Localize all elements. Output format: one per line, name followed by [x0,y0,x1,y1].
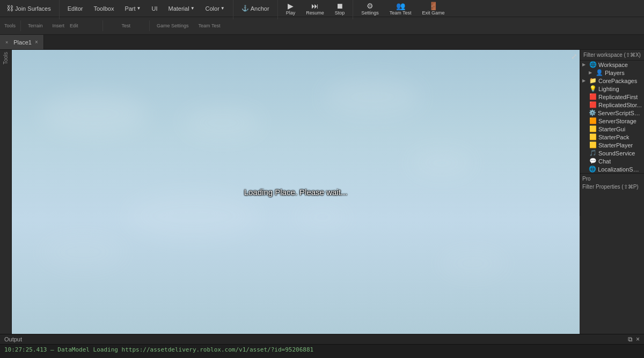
game-settings-sub: Game Settings [152,23,193,28]
exit-game-btn[interactable]: 🚪 Exit Game [418,0,449,17]
toolbar: ⛓ Join Surfaces Editor Toolbox Part ▼ UI [0,0,644,35]
cloud8 [438,249,508,278]
cloud2 [182,107,262,139]
tree-label-8: StarterGui [598,126,625,132]
properties-panel: Pro Filter Properties (⇧⌘P) [580,173,644,216]
tree-item-soundservice[interactable]: 🎵SoundService [580,149,644,157]
row2-div3 [149,20,150,31]
tree-item-replicatedfirst[interactable]: 🟥ReplicatedFirst [580,93,644,101]
output-close-icon[interactable]: × [636,335,640,343]
tab-label: Place1 [13,39,32,46]
play-btn[interactable]: ▶ Play [282,0,300,17]
cloud5 [126,192,260,240]
resume-btn[interactable]: ⏭ Resume [302,0,328,17]
tree-item-starterpack[interactable]: 🟨StarterPack [580,133,644,141]
color-dropdown-icon: ▼ [221,6,225,11]
tree-item-players[interactable]: ▶👤Players [580,69,644,77]
tree-item-localizationserv---[interactable]: 🌐LocalizationServ... [580,165,644,173]
tree-item-serverscriptserv---[interactable]: ⚙️ServerScriptServ... [580,109,644,117]
tabbar: × Place1 × [0,35,644,50]
join-surfaces-btn[interactable]: ⛓ Join Surfaces [2,3,55,14]
material-menu[interactable]: Material ▼ [164,4,199,13]
tree-item-workspace[interactable]: ▶🌐Workspace [580,61,644,69]
tree-item-chat[interactable]: 💬Chat [580,157,644,165]
row2-div2 [103,20,103,31]
tools-label: Tools [2,23,18,28]
game-settings-btn[interactable]: ⚙ Settings [357,0,383,17]
explorer-tree: ▶🌐Workspace▶👤Players▶📁CorePackages💡Light… [580,61,644,173]
explorer-panel: Filter workspace (⇧⌘X) ▶🌐Workspace▶👤Play… [580,50,644,173]
insert-label: Insert [48,23,69,28]
tree-label-6: ServerScriptServ... [598,110,642,116]
stop-btn[interactable]: ⏹ Stop [331,0,349,17]
tree-arrow-0: ▶ [582,62,588,67]
tree-icon-11: 🎵 [589,150,597,156]
properties-title: Pro [582,176,642,182]
color-menu[interactable]: Color ▼ [201,4,229,13]
divider3 [277,0,278,19]
tree-icon-2: 📁 [589,77,597,84]
tree-icon-9: 🟨 [589,133,597,140]
test-label: Test [106,23,147,28]
tree-arrow-1: ▶ [589,70,594,75]
tree-item-corepackages[interactable]: ▶📁CorePackages [580,77,644,85]
tree-icon-7: 🟧 [589,117,597,124]
resume-icon: ⏭ [311,2,319,10]
tree-label-9: StarterPack [598,134,629,140]
team-test-icon: 👥 [396,2,405,10]
output-header: Output ⧉ × [0,334,644,345]
stop-icon: ⏹ [336,2,343,10]
anchor-icon: ⚓ [241,5,249,12]
toolbar-row1: ⛓ Join Surfaces Editor Toolbox Part ▼ UI [0,0,644,17]
tab-close-x: × [5,40,8,45]
left-sidebar: Tools [0,50,12,334]
toolbar-row2: Tools Terrain Insert Edit Test Game Sett… [0,17,644,34]
cloud4 [409,150,474,176]
expand-btn[interactable]: ⤢ [571,52,577,61]
part-menu[interactable]: Part ▼ [120,4,145,13]
tree-item-serverstorage[interactable]: 🟧ServerStorage [580,117,644,125]
main-content: Tools Loading Place. Please wait... ⤢ Fi… [0,50,644,334]
tree-item-replicatedstor---[interactable]: 🟥ReplicatedStor... [580,101,644,109]
anchor-btn[interactable]: ⚓ Anchor [237,3,274,13]
tree-icon-10: 🟨 [589,141,597,148]
loading-text: Loading Place. Please wait... [244,188,348,197]
team-test-sub: Team Test [194,23,225,28]
tree-label-3: Lighting [598,86,619,92]
tree-icon-4: 🟥 [589,93,597,100]
right-panel-wrapper: Filter workspace (⇧⌘X) ▶🌐Workspace▶👤Play… [580,50,644,334]
tree-label-13: LocalizationServ... [598,166,642,173]
output-expand-icon[interactable]: ⧉ [628,335,633,343]
divider1 [59,0,60,19]
tree-item-startergui[interactable]: 🟨StarterGui [580,125,644,133]
team-test-btn[interactable]: 👥 Team Test [385,0,416,17]
output-title: Output [4,336,22,342]
tree-item-lighting[interactable]: 💡Lighting [580,85,644,93]
tree-icon-1: 👤 [596,69,603,76]
tab-close-btn[interactable]: × [35,39,38,45]
exit-icon: 🚪 [429,2,438,10]
place1-tab[interactable]: × Place1 × [0,35,44,49]
tree-item-starterplayer[interactable]: 🟨StarterPlayer [580,141,644,149]
tree-icon-0: 🌐 [589,61,597,68]
join-surfaces-label: Join Surfaces [15,5,51,12]
output-log-entry: 10:27:25.413 – DataModel Loading https:/… [0,345,644,355]
row2-div1 [20,20,21,31]
play-icon: ▶ [288,2,294,10]
tree-icon-12: 💬 [589,158,597,165]
tree-label-7: ServerStorage [598,118,636,124]
workspace-filter-header: Filter workspace (⇧⌘X) [580,50,644,61]
cloud7 [40,235,126,270]
tree-label-12: Chat [598,158,611,165]
toolbox-menu[interactable]: Toolbox [89,4,118,13]
settings-icon: ⚙ [367,2,374,10]
tree-icon-13: 🌐 [589,166,596,173]
tree-icon-8: 🟨 [589,125,597,132]
edit-label: Edit [70,23,100,28]
ui-menu[interactable]: UI [148,4,162,13]
tree-label-0: Workspace [598,62,628,68]
tree-label-11: SoundService [598,150,635,156]
tree-arrow-2: ▶ [582,78,588,83]
editor-menu[interactable]: Editor [63,4,87,13]
tree-icon-6: ⚙️ [589,109,596,116]
